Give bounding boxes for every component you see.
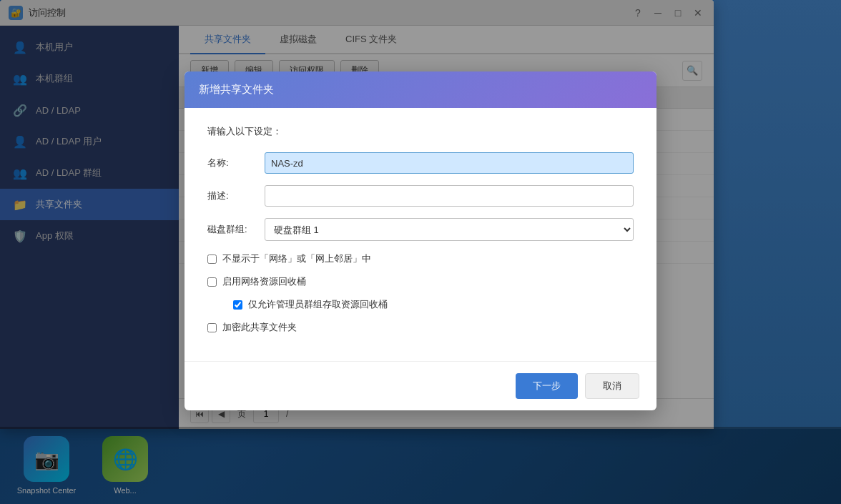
desc-label: 描述: [207,189,265,202]
desc-field-row: 描述: [207,185,634,207]
name-input[interactable] [265,152,634,174]
modal-header: 新增共享文件夹 [185,71,656,108]
add-shared-folder-dialog: 新增共享文件夹 请输入以下设定： 名称: 描述: 磁盘群组: 硬盘群组 1 硬盘… [185,71,656,410]
modal-body: 请输入以下设定： 名称: 描述: 磁盘群组: 硬盘群组 1 硬盘群组 2 [185,108,656,361]
checkbox-row-hide-network: 不显示于「网络」或「网上邻居」中 [207,252,634,265]
enable-recycle-label: 启用网络资源回收桶 [222,275,306,288]
checkbox-row-recycle: 启用网络资源回收桶 [207,275,634,288]
modal-overlay: 新增共享文件夹 请输入以下设定： 名称: 描述: 磁盘群组: 硬盘群组 1 硬盘… [0,0,841,504]
disk-group-select[interactable]: 硬盘群组 1 硬盘群组 2 [265,218,634,241]
cancel-button[interactable]: 取消 [585,373,639,399]
modal-intro: 请输入以下设定： [207,125,634,138]
checkbox-row-admin-only: 仅允许管理员群组存取资源回收桶 [233,298,634,311]
checkbox-row-encrypt: 加密此共享文件夹 [207,321,634,334]
admin-only-checkbox[interactable] [233,300,242,310]
disk-group-label: 磁盘群组: [207,223,265,236]
next-button[interactable]: 下一步 [516,373,578,399]
disk-group-field-row: 磁盘群组: 硬盘群组 1 硬盘群组 2 [207,218,634,241]
modal-footer: 下一步 取消 [185,361,656,410]
modal-title: 新增共享文件夹 [199,83,274,95]
name-label: 名称: [207,157,265,169]
hide-network-checkbox[interactable] [207,255,217,264]
admin-only-label: 仅允许管理员群组存取资源回收桶 [248,298,388,311]
enable-recycle-checkbox[interactable] [207,277,217,287]
hide-network-label: 不显示于「网络」或「网上邻居」中 [222,252,371,265]
encrypt-checkbox[interactable] [207,323,217,332]
desc-input[interactable] [265,185,634,207]
name-field-row: 名称: [207,152,634,174]
encrypt-label: 加密此共享文件夹 [222,321,297,334]
